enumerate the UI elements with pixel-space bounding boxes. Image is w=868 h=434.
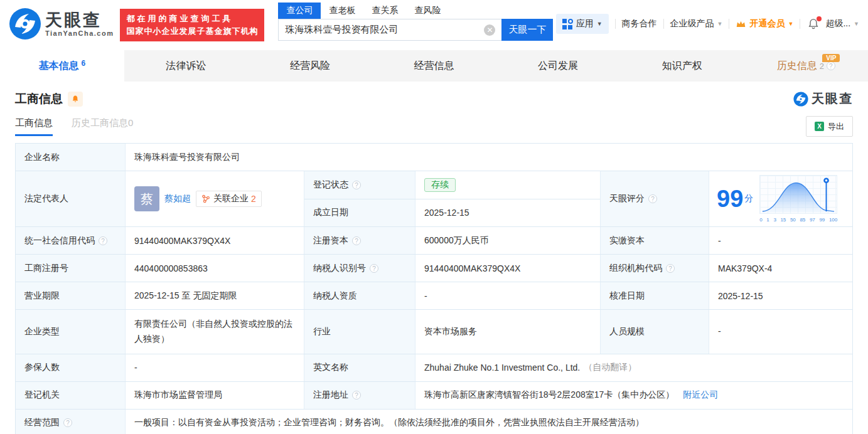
label-text: 注册资本 bbox=[313, 235, 348, 246]
org-code-label: 组织机构代码? bbox=[601, 255, 709, 282]
notification-bell[interactable] bbox=[808, 18, 819, 29]
nav-enterprise-products[interactable]: 企业级产品 ▼ bbox=[670, 18, 723, 29]
taxpayer-id-value: 91440400MAK379QX4X bbox=[415, 255, 601, 282]
english-name-value: Zhuhai Zhuke No.1 Investment Co., Ltd. （… bbox=[415, 354, 852, 381]
nav-business-coop[interactable]: 商务合作 bbox=[622, 18, 657, 29]
status-badge: 存续 bbox=[424, 178, 456, 192]
vip-badge: VIP bbox=[822, 54, 840, 62]
insured-count-value: - bbox=[126, 354, 304, 381]
search-tab-boss[interactable]: 查老板 bbox=[321, 3, 363, 19]
caret-down-icon: ▼ bbox=[788, 21, 793, 27]
tab-operating-risk[interactable]: 经营风险 bbox=[248, 50, 372, 82]
tab-count: 2 bbox=[820, 61, 824, 71]
company-name-label: 企业名称 bbox=[16, 144, 126, 171]
label-text: 登记状态 bbox=[313, 179, 348, 191]
legal-rep-name-link[interactable]: 蔡如超 bbox=[164, 193, 191, 204]
insured-count-label: 参保人数 bbox=[16, 354, 126, 381]
approval-date-label: 核准日期 bbox=[601, 282, 709, 309]
nav-divider bbox=[800, 19, 800, 29]
est-date-label: 成立日期 bbox=[304, 199, 415, 227]
help-icon[interactable]: ? bbox=[352, 391, 361, 400]
legal-rep-avatar[interactable]: 蔡 bbox=[134, 186, 159, 211]
help-icon[interactable]: ? bbox=[827, 61, 835, 70]
help-icon[interactable]: ? bbox=[99, 236, 107, 245]
table-row: 参保人数 - 英文名称 Zhuhai Zhuke No.1 Investment… bbox=[16, 354, 852, 382]
subtab-history-business-info[interactable]: 历史工商信息0 bbox=[72, 117, 133, 136]
help-icon[interactable]: ? bbox=[352, 181, 361, 189]
nav-super-vip[interactable]: 超级... ▼ bbox=[825, 18, 859, 29]
tianyancha-logo[interactable]: 天眼查 TianYanCha.com bbox=[9, 8, 114, 40]
search-input-wrap: ✕ bbox=[278, 19, 501, 41]
reg-number-value: 440400000853863 bbox=[126, 255, 304, 282]
promo-line2: 国家中小企业发展子基金旗下机构 bbox=[126, 25, 258, 38]
search-tab-relation[interactable]: 查关系 bbox=[363, 3, 406, 19]
business-scope-value: 一般项目：以自有资金从事投资活动；企业管理咨询；财务咨询。（除依法须经批准的项目… bbox=[126, 410, 852, 434]
table-row: 经营范围? 一般项目：以自有资金从事投资活动；企业管理咨询；财务咨询。（除依法须… bbox=[16, 410, 852, 434]
subtab-business-info[interactable]: 工商信息 bbox=[15, 117, 53, 136]
watermark-logo: 天眼查 bbox=[793, 90, 853, 107]
super-label: 超级... bbox=[825, 18, 850, 29]
score-cell: 99 分 013155085979 bbox=[709, 171, 852, 226]
top-header: 天眼查 TianYanCha.com 都在用的商业查询工具 国家中小企业发展子基… bbox=[0, 0, 868, 50]
business-scope-label: 经营范围? bbox=[16, 410, 126, 434]
score-distribution-chart[interactable]: 0131550859799100 bbox=[759, 175, 837, 223]
subscribe-bell-button[interactable] bbox=[68, 92, 83, 107]
table-row: 登记机关 珠海市市场监督管理局 注册地址? 珠海市高新区唐家湾镇智谷街18号2层… bbox=[16, 382, 852, 410]
apps-grid-icon bbox=[562, 19, 572, 29]
bell-icon bbox=[72, 95, 79, 103]
business-info-table: 企业名称 珠海珠科壹号投资有限公司 法定代表人 蔡 蔡如超 关联企业 2 bbox=[15, 143, 853, 434]
score-unit: 分 bbox=[744, 193, 753, 204]
address-text: 珠海市高新区唐家湾镇智谷街18号2层208室17卡（集中办公区） bbox=[424, 389, 674, 401]
clear-search-icon[interactable]: ✕ bbox=[484, 24, 495, 36]
industry-label: 行业 bbox=[304, 310, 415, 354]
reg-address-label: 注册地址? bbox=[304, 382, 415, 409]
legal-rep-cell: 蔡 蔡如超 关联企业 2 bbox=[126, 171, 304, 226]
notification-dot bbox=[817, 16, 822, 21]
english-name-text: Zhuhai Zhuke No.1 Investment Co., Ltd. bbox=[424, 363, 580, 373]
taxpayer-id-label: 纳税人识别号? bbox=[304, 255, 415, 282]
caret-down-icon: ▼ bbox=[854, 21, 859, 27]
promo-banner: 都在用的商业查询工具 国家中小企业发展子基金旗下机构 bbox=[120, 9, 264, 41]
search-input[interactable] bbox=[279, 24, 484, 35]
auto-translate-note: （自动翻译） bbox=[584, 362, 636, 373]
nav-divider bbox=[663, 19, 664, 29]
industry-value: 资本市场服务 bbox=[415, 310, 601, 354]
table-row: 企业名称 珠海珠科壹号投资有限公司 bbox=[16, 144, 852, 171]
crown-icon bbox=[736, 19, 746, 28]
help-icon[interactable]: ? bbox=[666, 264, 675, 273]
apps-menu-button[interactable]: 应用 ▼ bbox=[556, 14, 609, 34]
search-button[interactable]: 天眼一下 bbox=[501, 19, 553, 41]
status-date-block: 登记状态 ? 存续 成立日期 2025-12-15 bbox=[304, 171, 601, 226]
tab-operating-info[interactable]: 经营信息 bbox=[372, 50, 496, 82]
tab-legal[interactable]: 法律诉讼 bbox=[124, 50, 249, 82]
tab-basic-info[interactable]: 基本信息 6 bbox=[0, 50, 124, 82]
nearby-companies-link[interactable]: 附近公司 bbox=[683, 389, 718, 401]
related-companies-badge[interactable]: 关联企业 2 bbox=[196, 191, 262, 207]
staff-size-label: 人员规模 bbox=[601, 310, 709, 354]
business-term-label: 营业期限 bbox=[16, 282, 126, 309]
search-area: 查公司 查老板 查关系 查风险 ✕ 天眼一下 bbox=[278, 3, 553, 41]
vip-label: 开通会员 bbox=[749, 18, 785, 29]
tab-history-info[interactable]: 历史信息 2 ? VIP bbox=[744, 50, 868, 82]
search-tab-company[interactable]: 查公司 bbox=[278, 3, 321, 19]
nav-open-vip[interactable]: 开通会员 ▼ bbox=[736, 18, 793, 29]
help-icon[interactable]: ? bbox=[63, 418, 72, 427]
label-text: 组织机构代码 bbox=[609, 263, 662, 274]
help-icon[interactable]: ? bbox=[370, 264, 378, 273]
search-tab-risk[interactable]: 查风险 bbox=[406, 3, 449, 19]
help-icon[interactable]: ? bbox=[352, 236, 361, 245]
tab-intellectual-property[interactable]: 知识产权 bbox=[620, 50, 744, 82]
label-text: 注册地址 bbox=[313, 389, 348, 401]
table-row: 法定代表人 蔡 蔡如超 关联企业 2 登记状态 ? bbox=[16, 171, 852, 227]
bell-curve-chart bbox=[759, 175, 837, 214]
tab-company-development[interactable]: 公司发展 bbox=[496, 50, 620, 82]
staff-size-value: - bbox=[709, 310, 852, 354]
tab-label: 知识产权 bbox=[662, 60, 702, 73]
legal-rep-label: 法定代表人 bbox=[16, 171, 126, 226]
help-icon[interactable]: ? bbox=[648, 194, 657, 203]
company-name-value: 珠海珠科壹号投资有限公司 bbox=[126, 144, 852, 171]
logo-swirl-icon bbox=[793, 92, 808, 107]
export-button[interactable]: X 导出 bbox=[806, 116, 853, 137]
coop-label: 商务合作 bbox=[622, 18, 657, 29]
promo-line1: 都在用的商业查询工具 bbox=[126, 13, 258, 25]
